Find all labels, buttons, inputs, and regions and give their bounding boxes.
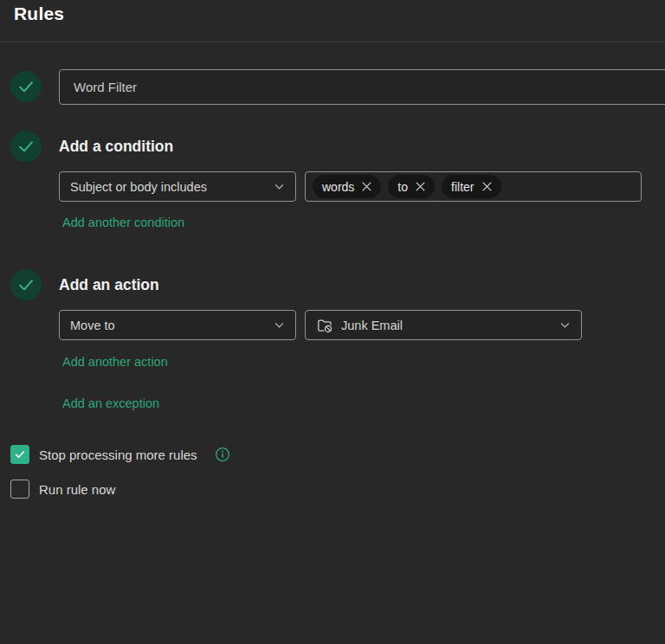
stop-processing-row: Stop processing more rules — [10, 445, 230, 464]
add-an-exception-link[interactable]: Add an exception — [62, 396, 159, 410]
run-rule-now-checkbox[interactable] — [10, 480, 29, 499]
keyword-tag-label: words — [322, 180, 354, 194]
chevron-down-icon — [559, 319, 571, 331]
action-section-heading: Add an action — [59, 276, 159, 294]
condition-type-dropdown[interactable]: Subject or body includes — [59, 171, 296, 202]
move-to-folder-value: Junk Email — [341, 319, 552, 332]
condition-keywords-input[interactable]: words to filter — [305, 171, 642, 202]
info-icon[interactable] — [215, 447, 230, 462]
run-rule-now-label: Run rule now — [39, 482, 115, 497]
junk-folder-icon — [316, 317, 333, 334]
add-another-condition-link[interactable]: Add another condition — [62, 216, 184, 229]
action-type-dropdown[interactable]: Move to — [59, 310, 296, 340]
condition-valid-checkmark-icon — [10, 131, 42, 162]
condition-type-value: Subject or body includes — [70, 180, 267, 194]
header-divider — [0, 42, 665, 42]
stop-processing-label: Stop processing more rules — [39, 448, 197, 462]
add-another-action-link[interactable]: Add another action — [62, 355, 168, 369]
chevron-down-icon — [274, 319, 285, 331]
remove-keyword-icon[interactable] — [362, 182, 371, 191]
rule-name-input[interactable]: Word Filter — [59, 69, 665, 105]
keyword-tag-label: filter — [451, 180, 474, 194]
chevron-down-icon — [274, 181, 285, 192]
condition-section-heading: Add a condition — [59, 138, 173, 156]
remove-keyword-icon[interactable] — [482, 182, 492, 191]
keyword-tag[interactable]: words — [313, 175, 381, 198]
action-type-value: Move to — [70, 319, 267, 332]
rule-name-value: Word Filter — [74, 80, 137, 94]
stop-processing-checkbox[interactable] — [10, 445, 29, 464]
run-rule-now-row: Run rule now — [10, 480, 115, 499]
remove-keyword-icon[interactable] — [416, 182, 425, 191]
keyword-tag[interactable]: filter — [442, 175, 500, 198]
action-valid-checkmark-icon — [10, 269, 42, 300]
move-to-folder-dropdown[interactable]: Junk Email — [305, 310, 582, 340]
page-title: Rules — [14, 3, 64, 24]
keyword-tag[interactable]: to — [388, 175, 435, 198]
rule-name-valid-checkmark-icon — [10, 71, 42, 102]
keyword-tag-label: to — [397, 180, 408, 194]
rules-dialog: Rules Word Filter Add a condition Subjec… — [0, 0, 665, 644]
